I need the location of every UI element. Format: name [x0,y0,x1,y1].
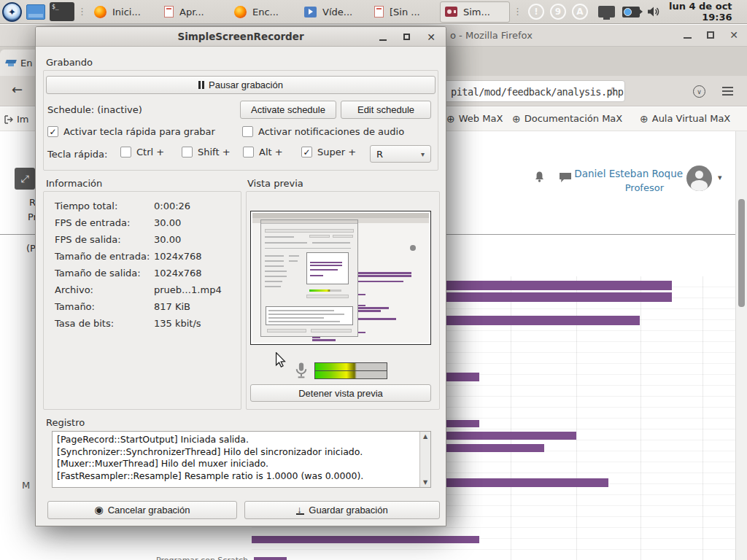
microphone-icon [294,362,309,379]
log-line: [FastResampler::Resample] Resample ratio… [57,470,417,483]
checkbox-box[interactable] [243,147,254,158]
chevron-down-icon: ▾ [421,150,425,158]
save-download-icon [296,506,304,515]
document-icon [374,6,384,18]
clock-time: 19:36 [669,12,732,23]
pause-recording-button[interactable]: Pausar grabación [46,76,436,94]
taskbar-item-simplescreenrecorder[interactable]: Sim... [440,1,510,23]
volume-icon[interactable] [647,6,660,18]
checkbox-box[interactable] [182,147,193,158]
scroll-down-icon[interactable]: ▼ [423,479,427,486]
preview-chart-bar [312,339,336,341]
audio-notifications-checkbox[interactable]: Activar notificaciones de audio [242,126,404,137]
log-line: [Muxer::MuxerThread] Hilo del muxer inic… [57,458,417,470]
scroll-up-icon[interactable]: ▲ [423,433,427,440]
taskbar-item-video[interactable]: Víde... [300,1,370,23]
chart-bar [252,536,479,543]
section-recording-title: Grabando [46,57,93,68]
app-menu-icon[interactable]: ✦ [2,2,22,22]
hotkey-enable-checkbox[interactable]: Activar tecla rápida para grabar [47,126,215,137]
ssr-titlebar[interactable]: SimpleScreenRecorder ✕ [36,27,446,47]
firefox-icon [94,6,107,18]
schedule-status: Schedule: (inactive) [47,104,142,115]
record-circle-icon: ◉ [95,505,104,515]
recording-camera-icon[interactable] [622,7,640,18]
alt-modifier-checkbox[interactable]: Alt + [243,147,283,158]
audio-level-meter [314,362,387,379]
keyboard-indicator-icon[interactable] [598,6,615,18]
cancel-recording-button[interactable]: ◉ Cancelar grabación [47,501,237,519]
video-player-icon [304,7,317,18]
chart-gridline [703,276,703,560]
clock[interactable]: lun 4 de oct 19:36 [669,1,737,23]
info-row: Tasa de bits:135 kbit/s [55,318,227,329]
section-preview-title: Vista previa [247,178,303,189]
firefox-icon [234,6,247,18]
preview-thumbnail [252,213,429,343]
preview-ssr-miniwindow [260,219,358,337]
log-line: [Synchronizer::SynchronizerThread] Hilo … [57,446,417,459]
info-row: FPS de salida:30.00 [55,234,227,245]
taskbar-item-apr[interactable]: Apr... [160,1,230,23]
log-line: [PageRecord::StartOutput] Iniciada salid… [57,434,417,446]
preview-frame [250,211,431,345]
log-box[interactable]: [PageRecord::StartOutput] Iniciada salid… [52,431,431,488]
indicator-exclamation-icon[interactable]: ! [528,4,544,20]
taskbar-separator: ⋮ [513,9,522,15]
taskbar: ✦ $_ ⋮ Inici... Apr... Enc... Víde... [0,0,747,24]
show-desktop-icon[interactable] [26,4,45,20]
clock-date: lun 4 de oct [669,1,732,12]
activate-schedule-button[interactable]: Activate schedule [240,101,336,119]
ssr-maximize-icon[interactable] [403,34,410,40]
ssr-close-icon[interactable]: ✕ [427,31,436,43]
chart-gridline [640,276,641,560]
info-row: FPS de entrada:30.00 [55,217,227,228]
shift-modifier-checkbox[interactable]: Shift + [182,147,231,158]
edit-schedule-button[interactable]: Edit schedule [341,101,431,119]
chart-bar [254,557,287,560]
mouse-cursor-icon [275,352,286,368]
log-scrollbar[interactable]: ▲ ▼ [419,432,430,487]
save-recording-button[interactable]: Guardar grabación [244,501,440,519]
hotkey-key-dropdown[interactable]: R ▾ [370,145,431,163]
taskbar-separator: ⋮ [77,9,87,15]
checkbox-box[interactable] [47,126,58,137]
checkbox-box[interactable] [120,147,131,158]
chart-category-label: Programar con Scratch [95,556,248,560]
checkbox-box[interactable] [301,147,312,158]
recorder-icon [445,7,457,17]
indicator-a-icon[interactable]: A [572,4,588,20]
indicator-9-icon[interactable]: 9 [550,4,566,20]
section-info-title: Información [46,178,102,189]
audio-level-right [315,371,387,378]
screen: o - Mozilla Firefox ✕ En ← pital/mod/fee… [0,0,747,560]
ssr-window: SimpleScreenRecorder ✕ Grabando Pausar g… [35,26,446,526]
terminal-icon[interactable]: $_ [50,2,74,21]
ssr-minimize-icon[interactable] [379,39,387,41]
hotkey-row-label: Tecla rápida: [47,149,107,160]
info-row: Archivo:prueb…1.mp4 [55,284,227,295]
checkbox-box[interactable] [242,126,253,137]
taskbar-item-enc[interactable]: Enc... [230,1,300,23]
info-row: Tiempo total:0:00:26 [55,201,227,211]
ctrl-modifier-checkbox[interactable]: Ctrl + [120,147,164,158]
stop-preview-button[interactable]: Detener vista previa [250,384,431,402]
taskbar-item-sin-titulo[interactable]: [Sin ... [370,1,440,23]
audio-level-left [315,363,387,370]
info-row: Tamaño:817 KiB [55,301,227,312]
document-icon [164,6,174,18]
section-log-title: Registro [46,417,85,428]
taskbar-item-inicio[interactable]: Inici... [90,1,160,23]
info-row: Tamaño de salida:747x560 [55,268,227,279]
super-modifier-checkbox[interactable]: Super + [301,147,356,158]
pause-icon [198,81,204,89]
info-row: Tamaño de entrada:747x560 [55,251,227,262]
